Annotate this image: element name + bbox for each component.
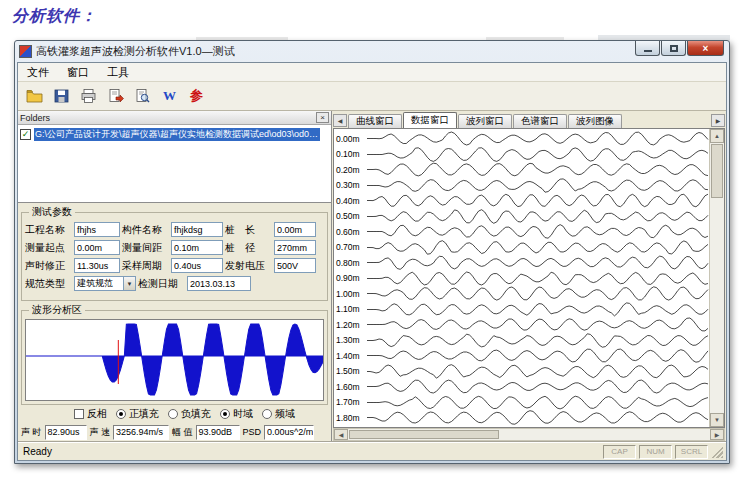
sample-period-input[interactable]: 0.40us — [171, 258, 223, 273]
radio-icon — [262, 409, 272, 419]
scroll-track[interactable] — [710, 199, 724, 413]
scroll-left-icon[interactable]: ◀ — [334, 429, 348, 440]
chevron-down-icon[interactable]: ▼ — [123, 277, 135, 290]
waveform-chart[interactable] — [25, 319, 324, 401]
pile-diameter-input[interactable]: 270mm — [274, 240, 316, 255]
wave-row[interactable]: 1.80m — [334, 410, 709, 426]
depth-label: 1.00m — [334, 289, 367, 299]
wave-row[interactable]: 1.20m — [334, 317, 709, 333]
tab-4[interactable]: 色谱窗口 — [513, 114, 567, 128]
tab-scroll-left-icon[interactable]: ◀ — [333, 114, 347, 127]
status-cap: CAP — [603, 445, 636, 459]
resize-grip[interactable] — [711, 446, 723, 458]
params-row: 工程名称 fhjhs 构件名称 fhjkdsg 桩 长 0.00m — [25, 222, 324, 237]
menu-item-window[interactable]: 窗口 — [58, 63, 98, 82]
tree-item-label[interactable]: G:\公司产品设计开发\超声仪器\超声仪实地检测数据调试ed\od03\od03… — [34, 128, 320, 141]
project-name-label: 工程名称 — [25, 223, 72, 237]
wave-row[interactable]: 1.70m — [334, 395, 709, 411]
close-button[interactable]: × — [687, 41, 724, 56]
statusbar: Ready CAP NUM SCRL — [18, 442, 726, 460]
wave-row[interactable]: 1.30m — [334, 333, 709, 349]
wave-row[interactable]: 0.00m — [334, 131, 709, 147]
sample-period-label: 采样周期 — [122, 259, 169, 273]
tab-1[interactable]: 曲线窗口 — [348, 114, 402, 128]
depth-label: 1.40m — [334, 351, 367, 361]
tab-list: 曲线窗口数据窗口波列窗口色谱窗口波列图像 — [348, 112, 710, 128]
waveform-trace — [367, 178, 709, 193]
status-scrl: SCRL — [675, 445, 708, 459]
minimize-button[interactable] — [635, 41, 660, 56]
save-button[interactable] — [49, 84, 74, 108]
spec-type-select[interactable]: 建筑规范▼ — [74, 276, 136, 291]
wave-row[interactable]: 0.10m — [334, 147, 709, 163]
word-icon: W — [163, 88, 176, 104]
maximize-button[interactable] — [661, 41, 686, 56]
scroll-up-icon[interactable]: ▲ — [710, 129, 724, 143]
component-name-label: 构件名称 — [122, 223, 169, 237]
wave-row[interactable]: 0.40m — [334, 193, 709, 209]
wave-row[interactable]: 1.40m — [334, 348, 709, 364]
measure-spacing-input[interactable]: 0.10m — [171, 240, 223, 255]
waveform-trace — [367, 193, 709, 208]
pile-length-input[interactable]: 0.00m — [274, 222, 316, 237]
invert-checkbox[interactable]: 反相 — [74, 407, 107, 421]
hscroll-thumb[interactable] — [349, 430, 499, 439]
measure-start-input[interactable]: 0.00m — [74, 240, 120, 255]
depth-label: 1.60m — [334, 382, 367, 392]
emit-voltage-label: 发射电压 — [225, 259, 272, 273]
depth-label: 0.00m — [334, 134, 367, 144]
wave-row[interactable]: 0.70m — [334, 240, 709, 256]
wave-row[interactable]: 0.60m — [334, 224, 709, 240]
tab-5[interactable]: 波列图像 — [568, 114, 622, 128]
component-name-input[interactable]: fhjkdsg — [171, 222, 223, 237]
horizontal-scrollbar[interactable]: ◀ ▶ — [333, 428, 725, 441]
psd-label: PSD — [243, 427, 262, 437]
waveform-trace — [367, 333, 709, 348]
invert-label: 反相 — [87, 407, 107, 421]
test-date-input[interactable]: 2013.03.13 — [187, 276, 251, 291]
folders-close-icon[interactable]: × — [316, 112, 329, 123]
word-export-button[interactable]: W — [157, 84, 182, 108]
wave-row[interactable]: 0.50m — [334, 209, 709, 225]
sound-time-label: 声 时 — [21, 426, 42, 439]
project-name-input[interactable]: fhjhs — [74, 222, 120, 237]
export-button[interactable] — [103, 84, 128, 108]
fill-positive-radio[interactable]: 正填充 — [116, 407, 159, 421]
tab-scroll-right-icon[interactable]: ▶ — [711, 114, 725, 127]
hscroll-track[interactable] — [500, 429, 710, 440]
waveform-trace — [367, 379, 709, 394]
params-row: 测量起点 0.00m 测量间距 0.10m 桩 径 270mm — [25, 240, 324, 255]
wave-row[interactable]: 1.50m — [334, 364, 709, 380]
time-domain-radio[interactable]: 时域 — [220, 407, 253, 421]
menu-item-tools[interactable]: 工具 — [98, 63, 138, 82]
depth-label: 0.20m — [334, 165, 367, 175]
waveform-trace — [367, 395, 709, 410]
open-button[interactable] — [22, 84, 47, 108]
tree-item[interactable]: ✓ G:\公司产品设计开发\超声仪器\超声仪实地检测数据调试ed\od03\od… — [20, 128, 329, 141]
scroll-thumb[interactable] — [711, 144, 723, 198]
print-preview-button[interactable] — [130, 84, 155, 108]
params-button[interactable]: 参 — [184, 84, 209, 108]
checkbox-checked-icon[interactable]: ✓ — [20, 129, 31, 140]
analysis-waveform — [26, 320, 323, 400]
freq-domain-radio[interactable]: 频域 — [262, 407, 295, 421]
fill-negative-radio[interactable]: 负填充 — [168, 407, 211, 421]
wave-row[interactable]: 0.20m — [334, 162, 709, 178]
menu-item-file[interactable]: 文件 — [18, 63, 58, 82]
emit-voltage-input[interactable]: 500V — [274, 258, 316, 273]
vertical-scrollbar[interactable]: ▲ ▼ — [709, 129, 724, 427]
tab-3[interactable]: 波列窗口 — [458, 114, 512, 128]
wave-row[interactable]: 1.10m — [334, 302, 709, 318]
wave-row[interactable]: 0.80m — [334, 255, 709, 271]
tab-2[interactable]: 数据窗口 — [403, 112, 457, 128]
time-correction-input[interactable]: 11.30us — [74, 258, 120, 273]
wave-row[interactable]: 1.00m — [334, 286, 709, 302]
print-button[interactable] — [76, 84, 101, 108]
wave-row[interactable]: 1.60m — [334, 379, 709, 395]
scroll-right-icon[interactable]: ▶ — [710, 429, 724, 440]
waveform-trace — [367, 364, 709, 379]
waveform-trace — [367, 131, 709, 146]
wave-row[interactable]: 0.90m — [334, 271, 709, 287]
scroll-down-icon[interactable]: ▼ — [710, 413, 724, 427]
wave-row[interactable]: 0.30m — [334, 178, 709, 194]
